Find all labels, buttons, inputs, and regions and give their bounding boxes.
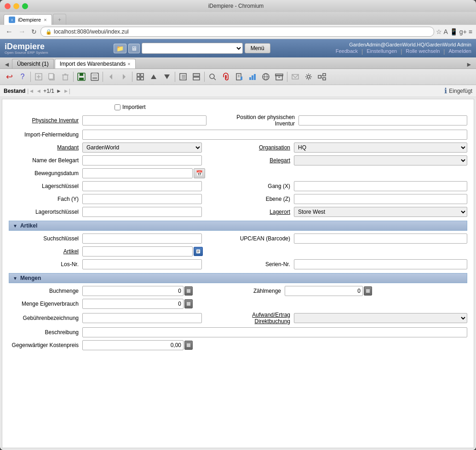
bookmark-button[interactable]: ☆ <box>436 28 442 35</box>
workflow-button[interactable] <box>315 70 328 83</box>
request-button[interactable] <box>289 70 302 83</box>
minimize-window-button[interactable] <box>13 3 19 9</box>
aufwand-select[interactable] <box>294 313 467 323</box>
last-record-button[interactable]: ►| <box>63 88 70 94</box>
header-folder-btn[interactable]: 📁 <box>114 44 126 53</box>
artikel-input[interactable] <box>82 246 193 256</box>
feedback-link[interactable]: Feedback <box>336 48 358 55</box>
translate-button[interactable]: A <box>444 28 448 35</box>
zoom-button[interactable] <box>206 70 219 83</box>
undo-button[interactable]: ↩ <box>3 70 16 83</box>
attach-button[interactable] <box>219 70 232 83</box>
chart-button[interactable] <box>246 70 259 83</box>
menge-eigenverbrauch-input[interactable] <box>82 299 184 309</box>
save-button[interactable] <box>75 70 88 83</box>
help-button[interactable]: ? <box>16 70 29 83</box>
save-detail-button[interactable] <box>88 70 101 83</box>
zaehlmenge-input[interactable] <box>285 286 363 296</box>
settings-button[interactable] <box>302 70 315 83</box>
address-bar[interactable]: 🔒 localhost:8080/webui/index.zul <box>40 27 434 37</box>
gang-input[interactable] <box>294 181 467 191</box>
upc-input[interactable] <box>294 234 467 244</box>
copy-record-button[interactable] <box>46 70 58 83</box>
buchmenge-input[interactable] <box>82 286 184 296</box>
lagerort-select[interactable]: Store West <box>294 207 467 217</box>
rolle-link[interactable]: Rolle wechseln <box>406 48 440 55</box>
close-window-button[interactable] <box>5 3 11 9</box>
lagerortschluessel-input[interactable] <box>82 207 202 217</box>
buchmenge-btn[interactable] <box>184 286 193 296</box>
serien-input[interactable] <box>294 259 467 269</box>
import-fehler-input[interactable] <box>82 130 467 140</box>
physische-inventur-label[interactable]: Physische Inventur <box>32 117 79 124</box>
gplus-button[interactable]: g+ <box>459 28 467 35</box>
archive-button[interactable] <box>273 70 286 83</box>
translate-button[interactable] <box>259 70 272 83</box>
name-belegart-input[interactable] <box>82 155 202 165</box>
browser-tab-label: iDempiere <box>18 17 41 23</box>
phone-button[interactable]: 📱 <box>450 28 458 35</box>
nav-fwd-button[interactable] <box>118 70 131 83</box>
forward-button[interactable]: → <box>17 27 28 37</box>
kostenpreis-input[interactable] <box>82 340 184 350</box>
nav-back-icon <box>107 73 115 81</box>
app-nav-dropdown[interactable] <box>142 43 243 54</box>
mandant-select[interactable]: GardenWorld <box>82 142 202 153</box>
lagerschluessel-input[interactable] <box>82 181 202 191</box>
tab-overview[interactable]: Übersicht (1) <box>12 59 54 68</box>
bewegungsdatum-input[interactable] <box>82 168 193 178</box>
belegart-select[interactable] <box>294 155 467 165</box>
first-record-button[interactable]: |◄ <box>27 88 34 94</box>
zaehlmenge-btn[interactable] <box>364 286 372 296</box>
tab-right-btn[interactable]: ► <box>465 60 473 68</box>
organisation-label[interactable]: Organisation <box>259 144 290 151</box>
beschreibung-input[interactable] <box>82 327 467 337</box>
importiert-checkbox[interactable] <box>115 104 120 110</box>
report-button[interactable] <box>233 70 246 83</box>
prev-record-button[interactable]: ◄ <box>36 88 41 94</box>
reload-button[interactable]: ↻ <box>29 27 39 36</box>
lagerort-label[interactable]: Lagerort <box>270 209 290 215</box>
menge-eigenverbrauch-btn[interactable] <box>184 299 193 308</box>
maximize-window-button[interactable] <box>22 3 28 9</box>
tab-import-close[interactable]: × <box>127 61 130 67</box>
browser-tab-close[interactable]: × <box>44 17 46 23</box>
ebene-input[interactable] <box>294 194 467 204</box>
down-button[interactable] <box>161 70 173 83</box>
organisation-select[interactable]: HQ <box>294 142 467 153</box>
browser-tab-active[interactable]: i iDempiere × <box>4 14 52 25</box>
form-view-button[interactable] <box>177 70 189 83</box>
fach-input[interactable] <box>82 194 202 204</box>
artikel-lookup-button[interactable] <box>194 247 203 256</box>
grid-view-button[interactable] <box>134 70 147 83</box>
next-record-button[interactable]: ► <box>56 88 62 94</box>
einstellungen-link[interactable]: Einstellungen <box>367 48 397 55</box>
mandant-label[interactable]: Mandant <box>57 144 79 151</box>
suchschluessel-input[interactable] <box>82 234 202 244</box>
detail-view-button[interactable] <box>190 70 203 83</box>
abmelden-link[interactable]: Abmelden <box>448 48 471 55</box>
chrome-menu-button[interactable]: ≡ <box>469 28 472 35</box>
header-monitor-btn[interactable]: 🖥 <box>128 44 140 53</box>
svg-rect-18 <box>141 74 143 76</box>
calendar-button[interactable]: 📅 <box>194 168 205 178</box>
svg-point-29 <box>210 74 214 79</box>
nav-back-button[interactable] <box>104 70 117 83</box>
tab-import[interactable]: Import des Warenbestands × <box>55 59 136 68</box>
back-button[interactable]: ← <box>4 27 15 37</box>
new-record-button[interactable] <box>32 70 45 83</box>
up-button[interactable] <box>147 70 160 83</box>
position-inventur-input[interactable] <box>298 115 467 125</box>
los-input[interactable] <box>82 259 202 269</box>
delete-record-button[interactable] <box>59 70 72 83</box>
belegart-label[interactable]: Belegart <box>270 157 290 164</box>
gebuehrenbezeichnung-input[interactable] <box>82 313 202 323</box>
svg-rect-10 <box>79 78 84 80</box>
menu-button[interactable]: Menü <box>245 43 270 53</box>
artikel-label[interactable]: Artikel <box>63 248 79 255</box>
kostenpreis-btn[interactable] <box>184 341 193 350</box>
nav-fwd-icon <box>120 73 128 81</box>
physische-inventur-input[interactable] <box>82 115 206 125</box>
tab-left-btn[interactable]: ◄ <box>3 60 11 68</box>
new-tab-button[interactable]: ＋ <box>53 14 66 25</box>
